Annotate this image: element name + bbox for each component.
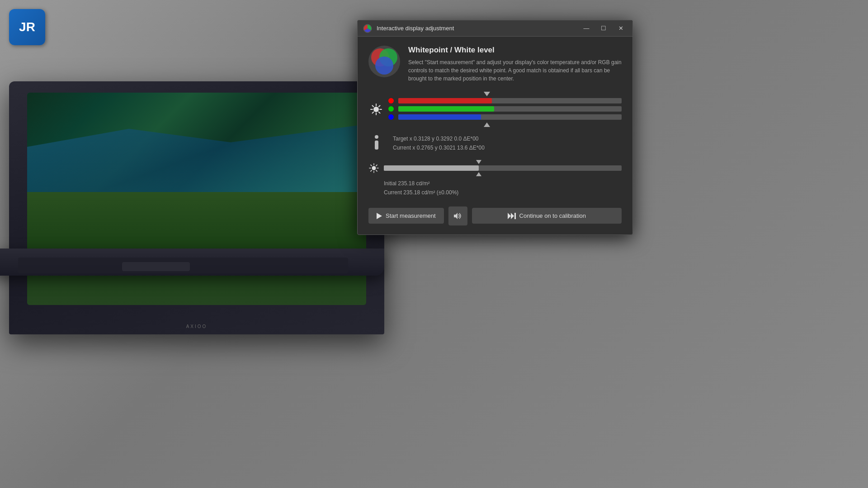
svg-point-4 — [373, 107, 379, 112]
button-row: Start measurement Continue on to calibra… — [368, 206, 622, 225]
green-dot — [388, 106, 394, 112]
blue-bar-fill — [398, 114, 481, 120]
maximize-button[interactable]: ☐ — [597, 22, 610, 35]
red-bar-fill — [398, 98, 492, 103]
jr-logo-text: JR — [19, 20, 35, 34]
header-description: Select "Start measurement" and adjust yo… — [408, 58, 622, 83]
color-circles-icon — [368, 46, 400, 77]
laptop-body: axioo — [9, 81, 384, 334]
brightness-info: Initial 235.18 cd/m² Current 235.18 cd/m… — [384, 179, 622, 197]
start-measurement-button[interactable]: Start measurement — [368, 208, 444, 224]
svg-marker-24 — [377, 213, 382, 219]
red-bar-row — [388, 98, 622, 103]
start-measurement-label: Start measurement — [386, 212, 436, 219]
sound-icon — [454, 212, 462, 220]
skip-forward-icon — [508, 213, 516, 219]
brightness-icon — [368, 163, 379, 174]
svg-line-11 — [379, 106, 380, 107]
triangle-down-icon — [484, 92, 490, 96]
svg-point-13 — [375, 135, 378, 139]
svg-rect-28 — [514, 213, 516, 219]
current-value: Current x 0.2765 y 0.3021 13.6 ΔE*00 — [393, 143, 622, 152]
minimize-button[interactable]: — — [580, 22, 593, 35]
laptop-area: axioo — [0, 0, 393, 352]
header-text: Whitepoint / White level Select "Start m… — [408, 46, 622, 83]
blue-bar-row — [388, 114, 622, 120]
brightness-fill — [384, 165, 479, 171]
dialog-title: Interactive display adjustment — [377, 25, 576, 32]
water-area — [27, 111, 366, 201]
brightness-track — [384, 165, 622, 171]
svg-marker-25 — [454, 213, 458, 219]
brightness-row — [368, 160, 622, 176]
svg-line-9 — [373, 106, 374, 107]
brightness-marker-bottom — [384, 172, 622, 176]
blue-dot — [388, 114, 394, 120]
initial-brightness: Initial 235.18 cd/m² — [384, 179, 622, 188]
red-dot — [388, 98, 394, 103]
brightness-sun-icon-top — [368, 103, 384, 116]
triangle-up-icon — [484, 122, 490, 127]
svg-rect-14 — [375, 141, 378, 150]
dialog-window: Interactive display adjustment — ☐ ✕ Whi… — [357, 20, 633, 235]
sound-button[interactable] — [448, 206, 467, 225]
jr-logo: JR — [9, 9, 45, 45]
svg-line-22 — [376, 165, 377, 166]
play-icon — [377, 213, 382, 219]
green-bar-row — [388, 106, 622, 112]
target-value: Target x 0.3128 y 0.3292 0.0 ΔE*00 — [393, 134, 622, 143]
svg-marker-27 — [511, 213, 514, 219]
close-button[interactable]: ✕ — [614, 22, 627, 35]
green-bar-track — [398, 106, 622, 112]
header-title: Whitepoint / White level — [408, 46, 622, 55]
marker-top — [388, 92, 622, 96]
marker-bottom — [388, 122, 622, 127]
green-bar-fill — [398, 106, 494, 112]
brightness-marker-top — [384, 160, 622, 164]
laptop-trackpad — [122, 262, 190, 271]
color-bars-container — [388, 92, 622, 127]
continue-label: Continue on to calibration — [519, 212, 586, 219]
brightness-section: Initial 235.18 cd/m² Current 235.18 cd/m… — [368, 160, 622, 197]
svg-point-15 — [372, 166, 376, 170]
app-icon — [363, 24, 372, 33]
brightness-triangle-down-icon — [476, 160, 481, 164]
titlebar: Interactive display adjustment — ☐ ✕ — [358, 20, 632, 37]
svg-line-20 — [371, 165, 372, 166]
laptop-brand-label: axioo — [186, 324, 208, 329]
svg-line-21 — [376, 170, 377, 171]
brightness-bar-wrapper — [384, 160, 622, 176]
svg-line-12 — [373, 112, 374, 113]
bars-section — [368, 92, 622, 127]
svg-point-3 — [375, 56, 393, 75]
info-section: Target x 0.3128 y 0.3292 0.0 ΔE*00 Curre… — [368, 134, 622, 153]
svg-line-10 — [379, 112, 380, 113]
blue-bar-track — [398, 114, 622, 120]
svg-marker-26 — [508, 213, 511, 219]
header-section: Whitepoint / White level Select "Start m… — [368, 46, 622, 83]
current-brightness: Current 235.18 cd/m² (±0.00%) — [384, 188, 622, 197]
info-text-values: Target x 0.3128 y 0.3292 0.0 ΔE*00 Curre… — [393, 134, 622, 153]
red-bar-track — [398, 98, 622, 103]
continue-calibration-button[interactable]: Continue on to calibration — [472, 208, 622, 224]
svg-line-23 — [371, 170, 372, 171]
dialog-content: Whitepoint / White level Select "Start m… — [358, 37, 632, 235]
laptop-base — [0, 249, 384, 276]
info-icon — [368, 134, 385, 150]
brightness-triangle-up-icon — [476, 172, 481, 176]
